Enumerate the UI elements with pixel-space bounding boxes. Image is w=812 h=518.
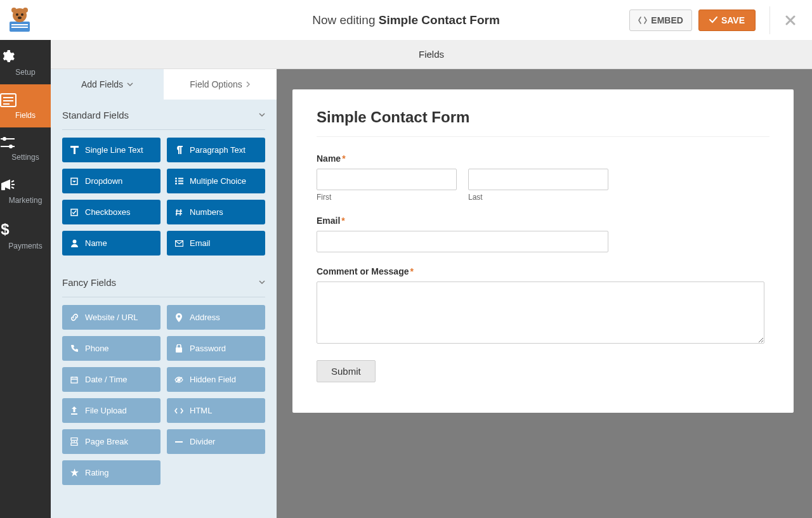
paragraph-icon	[174, 146, 183, 154]
svg-rect-12	[3, 103, 10, 105]
svg-rect-32	[176, 347, 182, 353]
field-label: HTML	[190, 406, 212, 415]
sublabel-last: Last	[468, 193, 608, 202]
field-hidden[interactable]: Hidden Field	[167, 367, 265, 392]
tab-field-options[interactable]: Field Options	[164, 69, 277, 100]
field-name[interactable]: Name	[62, 231, 160, 256]
form-preview[interactable]: Simple Contact Form Name* First Last	[292, 89, 794, 413]
field-label: Paragraph Text	[190, 145, 246, 155]
required-asterisk: *	[342, 153, 345, 164]
phone-icon	[70, 345, 79, 353]
field-divider[interactable]: Divider	[167, 429, 265, 454]
chevron-down-icon	[127, 82, 133, 87]
sidebar-item-setup[interactable]: Setup	[0, 40, 51, 84]
form-canvas: Simple Contact Form Name* First Last	[277, 69, 812, 518]
field-single-line-text[interactable]: Single Line Text	[62, 138, 160, 162]
chevron-down-icon	[259, 113, 265, 117]
field-label: Address	[190, 313, 220, 322]
sidebar-item-fields[interactable]: Fields	[0, 84, 51, 127]
field-dropdown[interactable]: Dropdown	[62, 169, 160, 193]
chevron-right-icon	[246, 81, 251, 87]
svg-point-24	[175, 180, 177, 182]
sidebar-item-settings[interactable]: Settings	[0, 127, 51, 169]
list-icon	[174, 178, 183, 185]
tab-label: Add Fields	[81, 79, 123, 89]
last-name-input[interactable]	[468, 169, 608, 190]
field-html[interactable]: HTML	[167, 398, 265, 423]
page-title: Now editing Simple Contact Form	[312, 13, 500, 27]
hash-icon	[174, 209, 183, 216]
calendar-icon	[70, 376, 79, 384]
field-email[interactable]: Email	[167, 231, 265, 256]
field-password[interactable]: Password	[167, 336, 265, 361]
field-rating[interactable]: Rating	[62, 460, 160, 485]
section-standard-fields[interactable]: Standard Fields	[51, 100, 277, 126]
field-page-break[interactable]: Page Break	[62, 429, 160, 454]
field-checkboxes[interactable]: Checkboxes	[62, 200, 160, 224]
field-label: File Upload	[85, 406, 127, 415]
code-icon	[174, 408, 183, 414]
svg-rect-23	[178, 178, 183, 179]
svg-point-6	[18, 16, 22, 19]
divider	[769, 6, 770, 34]
svg-point-5	[21, 13, 23, 16]
field-label: Website / URL	[85, 313, 138, 322]
envelope-icon	[174, 240, 183, 247]
first-name-input[interactable]	[317, 169, 457, 190]
tab-add-fields[interactable]: Add Fields	[51, 69, 164, 100]
save-button[interactable]: SAVE	[698, 10, 756, 31]
svg-point-31	[178, 315, 180, 318]
field-label: Hidden Field	[190, 375, 236, 384]
sidebar-item-marketing[interactable]: Marketing	[0, 169, 51, 212]
chevron-down-icon	[259, 280, 265, 285]
megaphone-icon	[0, 178, 51, 192]
close-icon	[785, 15, 796, 25]
field-date-time[interactable]: Date / Time	[62, 367, 160, 392]
page-break-icon	[70, 437, 79, 446]
divider	[62, 129, 265, 130]
required-asterisk: *	[341, 216, 344, 226]
field-multiple-choice[interactable]: Multiple Choice	[167, 169, 265, 193]
field-label: Date / Time	[85, 375, 127, 384]
field-label: Password	[190, 344, 226, 353]
panel-header: Fields	[51, 40, 812, 69]
app-logo	[4, 4, 36, 36]
text-icon	[70, 146, 79, 154]
field-file-upload[interactable]: File Upload	[62, 398, 160, 423]
svg-rect-17	[1, 186, 5, 190]
svg-rect-33	[71, 377, 77, 383]
sublabel-first: First	[317, 193, 457, 202]
svg-rect-35	[71, 413, 77, 415]
sidebar-item-payments[interactable]: $ Payments	[0, 212, 51, 258]
form-field-comment[interactable]: Comment or Message*	[317, 266, 769, 346]
field-website-url[interactable]: Website / URL	[62, 305, 160, 330]
field-label: Page Break	[85, 437, 128, 446]
sidebar-item-label: Marketing	[9, 196, 43, 205]
caret-square-icon	[70, 178, 79, 185]
field-label: Dropdown	[85, 176, 122, 186]
star-icon	[70, 469, 79, 477]
field-phone[interactable]: Phone	[62, 336, 160, 361]
submit-button[interactable]: Submit	[317, 360, 376, 382]
embed-label: EMBED	[651, 15, 683, 25]
form-field-email[interactable]: Email*	[317, 216, 769, 252]
svg-point-4	[16, 13, 18, 16]
svg-point-16	[9, 145, 13, 148]
required-asterisk: *	[410, 266, 413, 276]
field-paragraph-text[interactable]: Paragraph Text	[167, 138, 265, 162]
section-fancy-fields[interactable]: Fancy Fields	[51, 267, 277, 293]
comment-textarea[interactable]	[317, 282, 764, 344]
embed-button[interactable]: EMBED	[629, 10, 692, 31]
close-button[interactable]	[780, 13, 801, 28]
tab-label: Field Options	[190, 79, 242, 89]
sliders-icon	[0, 136, 51, 149]
email-input[interactable]	[317, 231, 608, 252]
field-address[interactable]: Address	[167, 305, 265, 330]
form-field-name[interactable]: Name* First Last	[317, 153, 769, 202]
code-icon	[638, 16, 647, 24]
field-numbers[interactable]: Numbers	[167, 200, 265, 224]
svg-point-8	[23, 8, 28, 13]
upload-icon	[70, 406, 79, 415]
field-label: Divider	[190, 437, 215, 446]
field-label: Numbers	[190, 207, 223, 217]
